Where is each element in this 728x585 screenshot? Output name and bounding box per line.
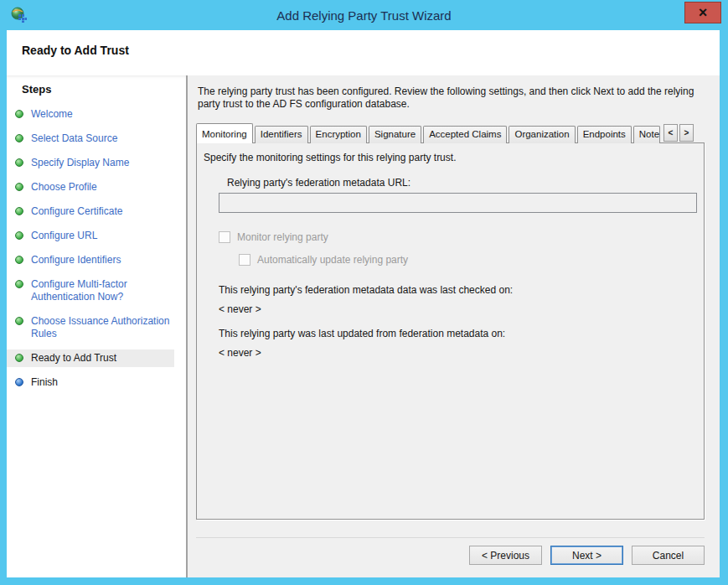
checkbox-label: Automatically update relying party — [257, 254, 408, 266]
wizard-body: Steps WelcomeSelect Data SourceSpecify D… — [7, 75, 720, 577]
steps-list: WelcomeSelect Data SourceSpecify Display… — [15, 106, 174, 391]
tab-identifiers[interactable]: Identifiers — [255, 126, 308, 143]
green-status-dot-icon — [15, 231, 23, 240]
checkbox-icon — [239, 254, 250, 266]
chevron-left-icon: < — [668, 128, 673, 137]
step-configure-certificate[interactable]: Configure Certificate — [7, 203, 174, 220]
tab-signature[interactable]: Signature — [369, 126, 421, 143]
monitoring-tab-panel: Specify the monitoring settings for this… — [196, 142, 705, 520]
content-pane: The relying party trust has been configu… — [188, 75, 720, 577]
green-status-dot-icon — [15, 207, 23, 215]
tab-endpoints[interactable]: Endpoints — [577, 126, 632, 143]
step-specify-display-name[interactable]: Specify Display Name — [7, 154, 174, 172]
green-status-dot-icon — [15, 317, 23, 325]
tab-organization[interactable]: Organization — [509, 126, 575, 143]
step-choose-issuance-authorization-rules[interactable]: Choose Issuance Authorization Rules — [7, 313, 174, 343]
last-checked-value: < never > — [219, 303, 690, 315]
step-label: Choose Profile — [31, 181, 97, 194]
window-title: Add Relying Party Trust Wizard — [0, 8, 728, 23]
tabs: MonitoringIdentifiersEncryptionSignature… — [196, 123, 662, 143]
chevron-right-icon: > — [684, 128, 689, 137]
monitor-relying-party-checkbox[interactable]: Monitor relying party — [219, 231, 690, 243]
steps-sidebar: Steps WelcomeSelect Data SourceSpecify D… — [7, 75, 186, 577]
step-label: Ready to Add Trust — [31, 352, 116, 365]
step-configure-url[interactable]: Configure URL — [7, 227, 174, 245]
green-status-dot-icon — [15, 354, 23, 362]
monitoring-settings-section: Relying party's federation metadata URL:… — [219, 177, 690, 359]
intro-text: The relying party trust has been configu… — [198, 85, 704, 111]
step-configure-identifiers[interactable]: Configure Identifiers — [7, 251, 174, 269]
step-welcome[interactable]: Welcome — [7, 106, 174, 123]
metadata-url-label: Relying party's federation metadata URL: — [227, 177, 690, 189]
close-icon: × — [699, 5, 708, 20]
panel-description: Specify the monitoring settings for this… — [204, 152, 690, 163]
last-updated-value: < never > — [219, 347, 690, 359]
page-title: Ready to Add Trust — [7, 30, 720, 57]
step-select-data-source[interactable]: Select Data Source — [7, 130, 174, 148]
step-ready-to-add-trust[interactable]: Ready to Add Trust — [7, 349, 174, 367]
step-label: Choose Issuance Authorization Rules — [31, 315, 174, 340]
tab-notes[interactable]: Notes — [633, 126, 660, 143]
step-choose-profile[interactable]: Choose Profile — [7, 179, 174, 196]
checkbox-icon — [219, 231, 230, 243]
close-button[interactable]: × — [684, 2, 721, 23]
previous-button[interactable]: < Previous — [469, 546, 542, 565]
step-label: Configure URL — [31, 230, 97, 242]
green-status-dot-icon — [15, 280, 23, 288]
green-status-dot-icon — [15, 256, 23, 264]
green-status-dot-icon — [15, 183, 23, 191]
step-configure-multi-factor-authentication-now[interactable]: Configure Multi-factor Authentication No… — [7, 276, 174, 306]
titlebar[interactable]: Add Relying Party Trust Wizard × — [0, 0, 728, 30]
tab-encryption[interactable]: Encryption — [310, 126, 367, 143]
tab-accepted-claims[interactable]: Accepted Claims — [423, 126, 507, 143]
last-updated-label: This relying party was last updated from… — [219, 328, 690, 339]
step-label: Configure Multi-factor Authentication No… — [31, 278, 174, 303]
green-status-dot-icon — [15, 158, 23, 167]
wizard-window: Add Relying Party Trust Wizard × Ready t… — [0, 0, 728, 585]
next-button[interactable]: Next > — [550, 546, 623, 565]
tab-strip: MonitoringIdentifiersEncryptionSignature… — [196, 122, 705, 143]
step-label: Configure Certificate — [31, 205, 122, 218]
auto-update-relying-party-checkbox[interactable]: Automatically update relying party — [239, 254, 690, 266]
cancel-button[interactable]: Cancel — [632, 546, 705, 565]
metadata-url-input[interactable] — [219, 193, 697, 213]
step-label: Welcome — [31, 108, 73, 121]
step-finish[interactable]: Finish — [7, 374, 174, 391]
tab-scroll-right-button[interactable]: > — [679, 124, 694, 142]
steps-heading: Steps — [15, 80, 174, 96]
green-status-dot-icon — [15, 110, 23, 118]
wizard-client-area: Ready to Add Trust Steps WelcomeSelect D… — [7, 30, 720, 577]
checkbox-label: Monitor relying party — [237, 231, 328, 243]
step-label: Specify Display Name — [31, 157, 129, 169]
page-header: Ready to Add Trust — [7, 30, 720, 75]
wizard-button-bar: < Previous Next > Cancel — [196, 537, 705, 565]
step-label: Configure Identifiers — [31, 254, 121, 267]
step-label: Select Data Source — [31, 132, 117, 145]
blue-status-dot-icon — [15, 378, 23, 386]
tab-scroll-left-button[interactable]: < — [663, 124, 678, 142]
tab-monitoring[interactable]: Monitoring — [196, 123, 253, 143]
step-label: Finish — [31, 376, 58, 389]
last-checked-label: This relying party's federation metadata… — [219, 284, 690, 296]
green-status-dot-icon — [15, 134, 23, 142]
